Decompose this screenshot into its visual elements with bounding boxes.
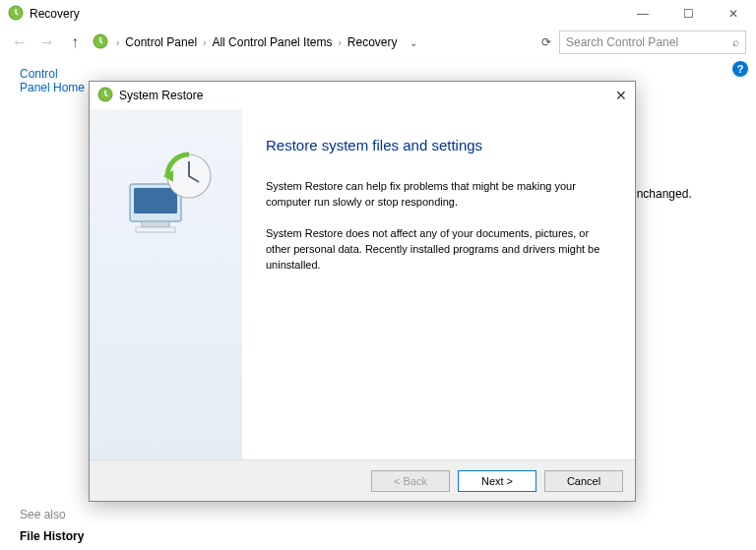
- breadcrumb-item[interactable]: Control Panel: [125, 35, 197, 49]
- forward-button[interactable]: →: [37, 33, 57, 51]
- up-button[interactable]: ↑: [65, 33, 85, 51]
- window-close-button[interactable]: ✕: [711, 0, 756, 28]
- back-button[interactable]: ←: [10, 33, 30, 51]
- minimize-button[interactable]: —: [620, 0, 665, 28]
- refresh-button[interactable]: ⟳: [541, 35, 551, 49]
- breadcrumb-item[interactable]: All Control Panel Items: [212, 35, 332, 49]
- file-history-link[interactable]: File History: [20, 529, 89, 543]
- chevron-down-icon[interactable]: ⌄: [410, 37, 417, 48]
- back-button: < Back: [371, 470, 450, 492]
- chevron-right-icon: ›: [203, 37, 206, 48]
- window-title: Recovery: [30, 7, 80, 21]
- help-icon[interactable]: ?: [732, 61, 748, 77]
- svg-rect-5: [142, 221, 169, 227]
- system-restore-graphic: [112, 149, 220, 240]
- svg-rect-6: [136, 227, 175, 232]
- address-bar-icon: [93, 33, 108, 52]
- breadcrumb-item[interactable]: Recovery: [347, 35, 398, 49]
- cancel-button[interactable]: Cancel: [544, 470, 623, 492]
- dialog-title: System Restore: [119, 89, 203, 102]
- recovery-icon: [8, 5, 24, 24]
- maximize-button[interactable]: ☐: [665, 0, 711, 28]
- dialog-close-button[interactable]: ✕: [598, 88, 627, 103]
- search-icon: ⌕: [732, 35, 739, 49]
- search-input[interactable]: Search Control Panel ⌕: [559, 31, 746, 54]
- chevron-right-icon: ›: [116, 37, 119, 48]
- next-button[interactable]: Next >: [458, 470, 536, 492]
- system-restore-dialog: System Restore ✕ Restore system files an…: [89, 81, 636, 502]
- dialog-paragraph-1: System Restore can help fix problems tha…: [266, 179, 611, 211]
- see-also-label: See also: [20, 508, 89, 521]
- chevron-right-icon: ›: [338, 37, 341, 48]
- dialog-paragraph-2: System Restore does not affect any of yo…: [266, 226, 611, 274]
- search-placeholder: Search Control Panel: [566, 35, 678, 49]
- dialog-heading: Restore system files and settings: [266, 137, 611, 153]
- breadcrumb[interactable]: › Control Panel › All Control Panel Item…: [116, 35, 534, 49]
- svg-rect-4: [134, 188, 177, 214]
- system-restore-icon: [97, 87, 113, 105]
- control-panel-home-link[interactable]: Control Panel Home: [20, 67, 89, 94]
